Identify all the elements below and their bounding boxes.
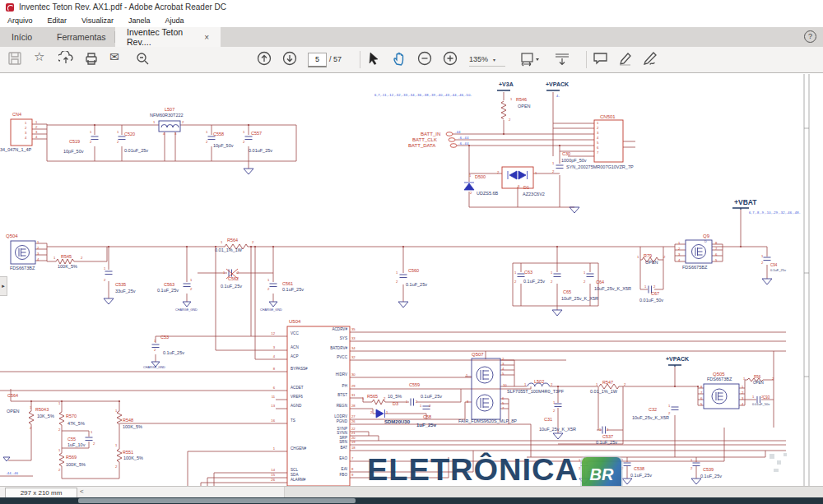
tab-ferramentas-label: Ferramentas [57, 32, 106, 42]
bottom-scroll-strip [0, 497, 823, 504]
page-number-input[interactable]: 5 [308, 53, 327, 67]
fill-sign-icon[interactable] [642, 51, 658, 67]
status-bar: 297 x 210 mm < [0, 486, 823, 498]
fit-width-icon[interactable] [520, 51, 540, 67]
window-title: Inventec Teton Rev. AX1.pdf - Adobe Acro… [19, 2, 226, 12]
previous-page-icon[interactable] [257, 51, 272, 66]
page-scrolling-icon[interactable] [553, 51, 571, 67]
chevron-down-icon: ▾ [493, 58, 495, 62]
watermark-text: ELETRÔNICA [367, 458, 579, 483]
pdf-page[interactable] [0, 73, 823, 486]
select-cursor-icon[interactable] [366, 51, 381, 66]
main-toolbar [0, 47, 823, 73]
favorites-star-icon[interactable]: ☆ [34, 49, 44, 64]
menu-bar: Arquivo Editar Visualizar Janela Ajuda [0, 14, 823, 27]
tab-close-icon[interactable]: × [204, 33, 209, 42]
tab-document-label: Inventec Teton Rev.... [127, 27, 196, 47]
tab-inicio-label: Início [12, 32, 32, 42]
menu-janela[interactable]: Janela [128, 16, 151, 25]
toolbar-divider [360, 51, 360, 68]
menu-ajuda[interactable]: Ajuda [165, 16, 184, 25]
tab-inicio[interactable]: Início [0, 27, 44, 47]
watermark-chip-label: BR [590, 465, 614, 484]
navigation-pane-toggle[interactable]: ▸ [0, 276, 7, 296]
menu-visualizar[interactable]: Visualizar [81, 16, 114, 25]
help-icon[interactable]: ? [804, 30, 816, 43]
bottom-scrollbar-thumb[interactable] [78, 498, 356, 503]
next-page-icon[interactable] [282, 51, 297, 66]
menu-arquivo[interactable]: Arquivo [7, 16, 33, 25]
hand-tool-icon[interactable] [392, 51, 407, 67]
zoom-out-icon[interactable] [417, 51, 432, 66]
tab-ferramentas[interactable]: Ferramentas [45, 27, 118, 47]
zoom-in-icon[interactable] [443, 51, 458, 66]
adobe-pdf-icon [6, 3, 14, 12]
title-bar: Inventec Teton Rev. AX1.pdf - Adobe Acro… [0, 0, 823, 14]
highlight-icon[interactable] [617, 51, 633, 67]
toolbar-divider [586, 51, 587, 68]
page-total: / 57 [329, 55, 342, 63]
marquee-zoom-icon[interactable] [135, 51, 150, 66]
scroll-left-icon[interactable]: < [80, 488, 84, 495]
tab-bar: Início Ferramentas Inventec Teton Rev...… [0, 27, 823, 48]
save-icon[interactable] [7, 51, 22, 66]
menu-editar[interactable]: Editar [48, 16, 67, 25]
zoom-level-select[interactable]: 135%▾ [469, 55, 505, 67]
print-icon[interactable] [84, 51, 99, 66]
acrobat-reader-window: Inventec Teton Rev. AX1.pdf - Adobe Acro… [0, 0, 823, 504]
share-upload-icon[interactable] [58, 51, 73, 66]
zoom-level-value: 135% [469, 55, 488, 63]
comment-icon[interactable] [593, 51, 608, 66]
tab-document[interactable]: Inventec Teton Rev.... × [115, 27, 221, 47]
horizontal-scrollbar[interactable] [284, 487, 823, 498]
email-icon[interactable]: ✉ [109, 50, 119, 63]
